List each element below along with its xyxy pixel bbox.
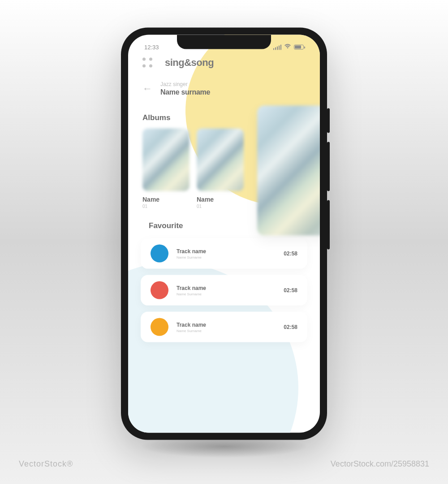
side-button (327, 142, 330, 191)
app-title: sing&song (165, 57, 214, 69)
album-cover (142, 129, 190, 191)
track-artist: Name Surname (177, 255, 276, 259)
track-artist: Name Surname (177, 328, 276, 333)
album-number: 01 (197, 204, 244, 209)
track-title: Track name (177, 321, 276, 328)
wifi-icon (284, 44, 291, 51)
album-name: Name (142, 196, 190, 203)
artist-name: Name surname (160, 88, 306, 96)
track-artist: Name Surname (177, 292, 276, 296)
battery-icon (294, 45, 304, 50)
track-duration: 02:58 (284, 251, 297, 257)
status-time: 12:33 (144, 44, 159, 51)
phone-frame: 12:33 (121, 28, 327, 440)
track-item[interactable]: Track name Name Surname 02:58 (141, 312, 307, 342)
track-duration: 02:58 (284, 287, 297, 294)
album-cover (197, 129, 244, 191)
track-duration: 02:58 (284, 324, 297, 330)
album-card[interactable]: Name 01 (197, 129, 244, 209)
track-color-dot (151, 318, 168, 336)
track-color-dot (151, 245, 168, 263)
watermark-brand: VectorStock® (19, 459, 73, 469)
back-arrow-icon[interactable]: ← (142, 83, 152, 95)
watermark-id: VectorStock.com/25958831 (331, 459, 429, 469)
signal-icon (273, 44, 282, 50)
menu-icon[interactable] (142, 58, 152, 68)
track-title: Track name (177, 285, 276, 291)
track-item[interactable]: Track name Name Surname 02:58 (141, 238, 307, 269)
side-button (327, 200, 330, 250)
album-card[interactable]: Name 01 (142, 129, 190, 209)
track-item[interactable]: Track name Name Surname 02:58 (141, 275, 307, 306)
track-title: Track name (177, 248, 276, 254)
screen: 12:33 (128, 35, 320, 433)
hero-image[interactable] (257, 106, 320, 236)
album-number: 01 (142, 204, 190, 209)
notch (177, 35, 271, 49)
album-name: Name (197, 196, 244, 203)
artist-category: Jazz singer (160, 81, 306, 87)
side-button (327, 108, 330, 133)
track-color-dot (151, 281, 168, 299)
